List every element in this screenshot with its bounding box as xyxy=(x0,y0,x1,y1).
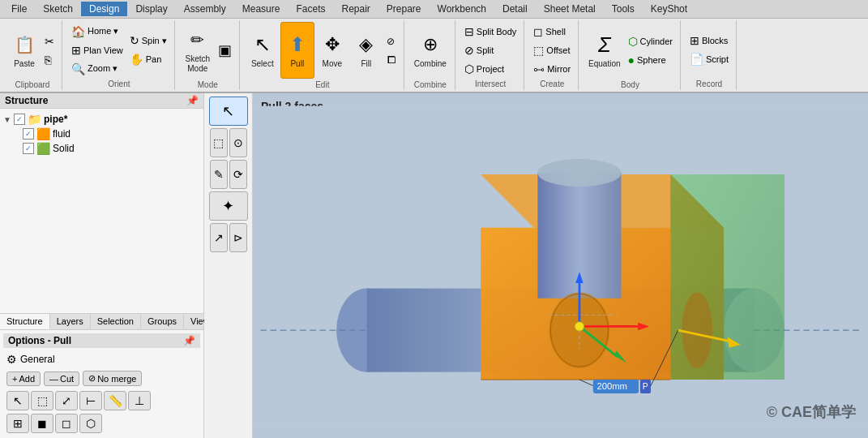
project-button[interactable]: ⬡ Project xyxy=(462,60,520,78)
tab-layers[interactable]: Layers xyxy=(50,314,91,329)
menu-assembly[interactable]: Assembly xyxy=(176,2,234,16)
menu-design[interactable]: Design xyxy=(81,2,127,16)
no-merge-button[interactable]: ⊘ No merge xyxy=(83,371,142,386)
create-label: Create xyxy=(540,79,564,88)
side-arrow-button[interactable]: ↖ xyxy=(209,97,248,126)
tool-box-btn[interactable]: ⬚ xyxy=(31,391,53,410)
blocks-button[interactable]: ⊞ Blocks xyxy=(687,32,731,49)
tool-cube-btn[interactable]: ⬡ xyxy=(79,414,102,433)
select-mode-button[interactable]: ▣ xyxy=(216,41,234,59)
spin-button[interactable]: ↻ Spin ▾ xyxy=(127,32,169,49)
split-button[interactable]: ⊘ Split xyxy=(462,41,520,59)
menu-file[interactable]: File xyxy=(3,2,35,16)
mode-label: Mode xyxy=(198,80,218,89)
structure-header: Structure 📌 xyxy=(0,93,203,109)
side-skip-btn[interactable]: ⊳ xyxy=(229,223,247,252)
tool-arrow-btn[interactable]: ↖ xyxy=(6,391,29,410)
tree-item-fluid[interactable]: ✓ 🟧 fluid xyxy=(3,127,200,141)
cut-button[interactable]: ✂ xyxy=(42,32,57,50)
tool-ruler-btn[interactable]: 📏 xyxy=(104,391,126,410)
side-toolbar: ↖ ⬚ ⊙ ✎ ⟳ ✦ ↗ ⊳ xyxy=(204,93,253,438)
general-label: General xyxy=(20,354,55,365)
checkbox-solid[interactable]: ✓ xyxy=(23,143,34,154)
tool-frame-btn[interactable]: ◻ xyxy=(55,414,78,433)
gear-icon: ⚙ xyxy=(6,353,17,366)
combine-button[interactable]: ⊕ Combine xyxy=(411,22,450,79)
ribbon-group-orient: 🏠 Home ▾ ⊞ Plan View 🔍 Zoom ▾ ↻ xyxy=(64,20,175,90)
script-button[interactable]: 📄 Script xyxy=(687,50,731,68)
pan-icon: ✋ xyxy=(130,53,143,66)
menu-tools[interactable]: Tools xyxy=(604,2,643,16)
zoom-button[interactable]: 🔍 Zoom ▾ xyxy=(69,60,126,78)
tool-icons-row2: ⊞ ◼ ◻ ⬡ xyxy=(3,412,200,435)
tool-solid-btn[interactable]: ◼ xyxy=(31,414,53,433)
side-path-btn[interactable]: ↗ xyxy=(210,223,228,252)
side-curve-btn[interactable]: ⟳ xyxy=(229,160,247,189)
side-select2-btn[interactable]: ⊙ xyxy=(229,128,247,157)
fill-button[interactable]: ◈ Fill xyxy=(350,22,383,79)
ribbon-group-combine: ⊕ Combine Combine xyxy=(406,20,455,90)
menu-repair[interactable]: Repair xyxy=(333,2,378,16)
sketch-mode-icon: ✏ xyxy=(185,27,211,53)
side-draw-btn[interactable]: ✎ xyxy=(210,160,228,189)
menu-facets[interactable]: Facets xyxy=(288,2,333,16)
side-point-btn[interactable]: ✦ xyxy=(209,191,248,221)
menu-prepare[interactable]: Prepare xyxy=(378,2,430,16)
tree-item-pipe[interactable]: ▼ ✓ 📁 pipe* xyxy=(3,112,200,127)
left-panel: Structure 📌 ▼ ✓ 📁 pipe* ✓ 🟧 fluid ✓ 🟩 So… xyxy=(0,93,204,438)
options-pin-icon[interactable]: 📌 xyxy=(183,335,195,346)
move-button[interactable]: ✥ Move xyxy=(316,22,348,79)
tool-diag-btn[interactable]: ⤢ xyxy=(55,391,78,410)
tree-item-solid[interactable]: ✓ 🟩 Solid xyxy=(3,141,200,156)
plan-view-icon: ⊞ xyxy=(71,44,81,57)
menu-detail[interactable]: Detail xyxy=(494,2,536,16)
ribbon-group-body: Σ Equation ⬡ Cylinder ● Sphere Body xyxy=(580,20,681,90)
tool-layer-btn[interactable]: ⊞ xyxy=(6,414,29,433)
side-select-btn[interactable]: ⬚ xyxy=(210,128,228,157)
select-button[interactable]: ↖ Select xyxy=(246,22,279,79)
tool-measure-btn[interactable]: ⊥ xyxy=(128,391,151,410)
menu-workbench[interactable]: Workbench xyxy=(430,2,494,16)
sketch-mode-button[interactable]: ✏ SketchMode xyxy=(182,22,214,79)
checkbox-fluid[interactable]: ✓ xyxy=(23,128,34,140)
equation-label: Equation xyxy=(588,59,620,69)
no-merge-icon: ⊘ xyxy=(88,373,96,384)
extra2-button[interactable]: ⧠ xyxy=(384,51,399,69)
pin-icon[interactable]: 📌 xyxy=(186,95,199,106)
checkbox-pipe[interactable]: ✓ xyxy=(14,114,25,125)
fill-icon: ◈ xyxy=(353,32,379,58)
add-button[interactable]: + Add xyxy=(6,371,41,386)
sphere-button[interactable]: ● Sphere xyxy=(626,51,675,69)
menu-sheetmetal[interactable]: Sheet Metal xyxy=(536,2,604,16)
home-button[interactable]: 🏠 Home ▾ xyxy=(69,23,126,41)
tab-structure[interactable]: Structure xyxy=(0,314,50,329)
equation-button[interactable]: Σ Equation xyxy=(585,22,623,79)
offset-button[interactable]: ⬚ Offset xyxy=(531,41,573,59)
paste-button[interactable]: 📋 Paste xyxy=(8,22,41,79)
ribbon: 📋 Paste ✂ ⎘ Clipboard 🏠 xyxy=(0,19,868,93)
zoom-icon: 🔍 xyxy=(71,62,85,75)
menu-sketch[interactable]: Sketch xyxy=(35,2,81,16)
shell-button[interactable]: ◻ Shell xyxy=(531,23,573,41)
mirror-button[interactable]: ⧟ Mirror xyxy=(531,60,573,78)
plan-view-button[interactable]: ⊞ Plan View xyxy=(69,41,126,59)
menu-display[interactable]: Display xyxy=(127,2,175,16)
viewport[interactable]: Pull 2 faces xyxy=(253,93,868,438)
cut-opt-button[interactable]: — Cut xyxy=(44,371,79,386)
intersect-label: Intersect xyxy=(475,79,506,88)
copy-button[interactable]: ⎘ xyxy=(42,51,57,69)
tab-selection[interactable]: Selection xyxy=(91,314,141,329)
move-icon: ✥ xyxy=(319,32,345,58)
home-icon: 🏠 xyxy=(71,25,85,38)
solid-icon: 🟩 xyxy=(36,142,50,155)
pull-button[interactable]: ⬆ Pull xyxy=(280,22,314,79)
split-body-button[interactable]: ⊟ Split Body xyxy=(462,23,520,41)
pan-button[interactable]: ✋ Pan xyxy=(127,50,169,68)
tool-align-btn[interactable]: ⊢ xyxy=(79,391,102,410)
menu-measure[interactable]: Measure xyxy=(234,2,289,16)
cylinder-button[interactable]: ⬡ Cylinder xyxy=(626,32,675,50)
tab-groups[interactable]: Groups xyxy=(141,314,184,329)
extra1-button[interactable]: ⊘ xyxy=(384,32,399,50)
options-general-section: ⚙ General xyxy=(3,351,200,367)
menu-keyshot[interactable]: KeyShot xyxy=(643,2,695,16)
